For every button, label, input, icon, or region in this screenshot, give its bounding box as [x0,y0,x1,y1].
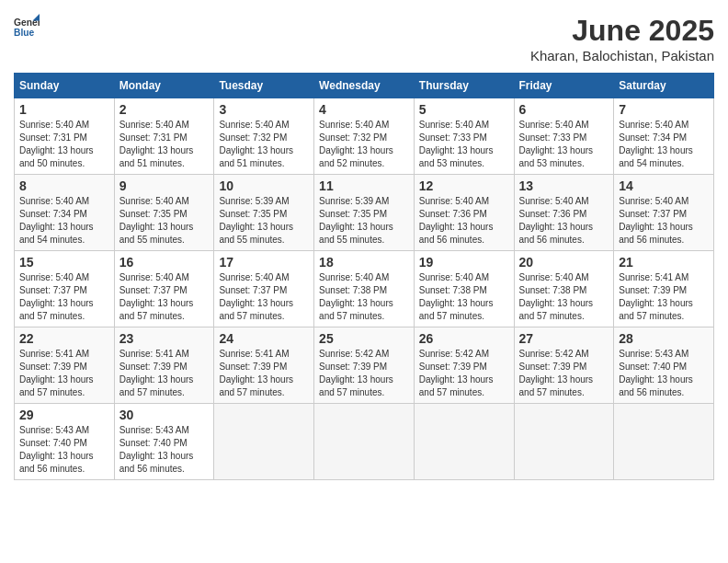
calendar-cell: 8 Sunrise: 5:40 AMSunset: 7:34 PMDayligh… [15,175,115,251]
weekday-header-friday: Friday [514,74,614,98]
calendar-cell: 1 Sunrise: 5:40 AMSunset: 7:31 PMDayligh… [15,98,115,175]
day-number: 16 [119,255,210,270]
calendar-cell: 29 Sunrise: 5:43 AMSunset: 7:40 PMDaylig… [15,404,115,480]
day-info: Sunrise: 5:41 AMSunset: 7:39 PMDaylight:… [619,272,693,321]
day-number: 19 [419,255,509,270]
weekday-header-thursday: Thursday [414,74,514,98]
day-info: Sunrise: 5:41 AMSunset: 7:39 PMDaylight:… [19,349,94,397]
calendar-cell: 17 Sunrise: 5:40 AMSunset: 7:37 PMDaylig… [214,251,314,327]
calendar-cell: 19 Sunrise: 5:40 AMSunset: 7:38 PMDaylig… [414,251,514,327]
day-number: 5 [419,102,509,117]
weekday-header-monday: Monday [114,74,214,98]
day-info: Sunrise: 5:42 AMSunset: 7:39 PMDaylight:… [519,349,594,397]
day-info: Sunrise: 5:40 AMSunset: 7:37 PMDaylight:… [219,272,293,321]
day-info: Sunrise: 5:40 AMSunset: 7:36 PMDaylight:… [419,196,494,245]
day-info: Sunrise: 5:40 AMSunset: 7:32 PMDaylight:… [219,120,293,168]
calendar-cell: 15 Sunrise: 5:40 AMSunset: 7:37 PMDaylig… [15,251,115,327]
calendar-cell: 21 Sunrise: 5:41 AMSunset: 7:39 PMDaylig… [614,251,714,327]
weekday-header-sunday: Sunday [15,74,115,98]
day-number: 11 [319,178,409,193]
day-number: 7 [619,102,709,117]
day-number: 30 [119,408,210,422]
calendar-cell: 24 Sunrise: 5:41 AMSunset: 7:39 PMDaylig… [214,327,314,404]
day-info: Sunrise: 5:40 AMSunset: 7:38 PMDaylight:… [319,272,393,321]
calendar-cell [614,404,714,480]
day-info: Sunrise: 5:39 AMSunset: 7:35 PMDaylight:… [219,196,293,245]
day-number: 12 [419,178,509,193]
day-info: Sunrise: 5:40 AMSunset: 7:37 PMDaylight:… [19,272,94,321]
calendar-cell: 30 Sunrise: 5:43 AMSunset: 7:40 PMDaylig… [114,404,214,480]
calendar-cell [514,404,614,480]
day-info: Sunrise: 5:41 AMSunset: 7:39 PMDaylight:… [219,349,293,397]
day-number: 17 [219,255,309,270]
day-number: 18 [319,255,409,270]
day-info: Sunrise: 5:40 AMSunset: 7:34 PMDaylight:… [619,120,693,168]
day-info: Sunrise: 5:43 AMSunset: 7:40 PMDaylight:… [619,349,693,397]
day-info: Sunrise: 5:43 AMSunset: 7:40 PMDaylight:… [19,425,94,474]
day-number: 26 [419,331,509,346]
calendar-week-3: 15 Sunrise: 5:40 AMSunset: 7:37 PMDaylig… [15,251,714,327]
day-number: 2 [119,102,210,117]
calendar-cell: 9 Sunrise: 5:40 AMSunset: 7:35 PMDayligh… [114,175,214,251]
day-info: Sunrise: 5:40 AMSunset: 7:33 PMDaylight:… [519,120,594,168]
day-info: Sunrise: 5:40 AMSunset: 7:37 PMDaylight:… [119,272,194,321]
svg-text:Blue: Blue [14,28,35,38]
calendar-week-5: 29 Sunrise: 5:43 AMSunset: 7:40 PMDaylig… [15,404,714,480]
calendar-cell: 18 Sunrise: 5:40 AMSunset: 7:38 PMDaylig… [314,251,415,327]
calendar-table: SundayMondayTuesdayWednesdayThursdayFrid… [14,73,714,480]
day-number: 15 [19,255,109,270]
day-info: Sunrise: 5:42 AMSunset: 7:39 PMDaylight:… [419,349,494,397]
calendar-cell: 28 Sunrise: 5:43 AMSunset: 7:40 PMDaylig… [614,327,714,404]
day-number: 9 [119,178,210,193]
title-section: June 2025 Kharan, Balochistan, Pakistan [530,14,714,63]
calendar-cell [314,404,415,480]
calendar-week-4: 22 Sunrise: 5:41 AMSunset: 7:39 PMDaylig… [15,327,714,404]
calendar-cell: 12 Sunrise: 5:40 AMSunset: 7:36 PMDaylig… [414,175,514,251]
calendar-cell: 7 Sunrise: 5:40 AMSunset: 7:34 PMDayligh… [614,98,714,175]
header: General Blue June 2025 Kharan, Balochist… [14,14,714,63]
month-title: June 2025 [530,14,714,48]
day-info: Sunrise: 5:43 AMSunset: 7:40 PMDaylight:… [119,425,194,474]
day-number: 23 [119,331,210,346]
calendar-cell [414,404,514,480]
location-title: Kharan, Balochistan, Pakistan [530,48,714,63]
day-number: 21 [619,255,709,270]
day-number: 20 [519,255,609,270]
day-info: Sunrise: 5:40 AMSunset: 7:32 PMDaylight:… [319,120,393,168]
calendar-cell: 6 Sunrise: 5:40 AMSunset: 7:33 PMDayligh… [514,98,614,175]
day-info: Sunrise: 5:40 AMSunset: 7:35 PMDaylight:… [119,196,194,245]
calendar-cell: 27 Sunrise: 5:42 AMSunset: 7:39 PMDaylig… [514,327,614,404]
day-info: Sunrise: 5:40 AMSunset: 7:33 PMDaylight:… [419,120,494,168]
day-number: 4 [319,102,409,117]
day-info: Sunrise: 5:41 AMSunset: 7:39 PMDaylight:… [119,349,194,397]
day-info: Sunrise: 5:39 AMSunset: 7:35 PMDaylight:… [319,196,393,245]
calendar-cell: 3 Sunrise: 5:40 AMSunset: 7:32 PMDayligh… [214,98,314,175]
weekday-header-wednesday: Wednesday [314,74,415,98]
day-info: Sunrise: 5:40 AMSunset: 7:38 PMDaylight:… [519,272,594,321]
calendar-week-2: 8 Sunrise: 5:40 AMSunset: 7:34 PMDayligh… [15,175,714,251]
logo-icon: General Blue [14,14,40,40]
day-number: 14 [619,178,709,193]
calendar-cell: 4 Sunrise: 5:40 AMSunset: 7:32 PMDayligh… [314,98,415,175]
weekday-header-tuesday: Tuesday [214,74,314,98]
calendar-cell: 16 Sunrise: 5:40 AMSunset: 7:37 PMDaylig… [114,251,214,327]
day-number: 29 [19,408,109,422]
calendar-cell: 13 Sunrise: 5:40 AMSunset: 7:36 PMDaylig… [514,175,614,251]
calendar-cell: 23 Sunrise: 5:41 AMSunset: 7:39 PMDaylig… [114,327,214,404]
day-info: Sunrise: 5:40 AMSunset: 7:34 PMDaylight:… [19,196,94,245]
day-info: Sunrise: 5:40 AMSunset: 7:37 PMDaylight:… [619,196,693,245]
calendar-cell: 10 Sunrise: 5:39 AMSunset: 7:35 PMDaylig… [214,175,314,251]
logo: General Blue [14,14,40,40]
day-number: 3 [219,102,309,117]
day-number: 25 [319,331,409,346]
day-number: 24 [219,331,309,346]
calendar-cell: 20 Sunrise: 5:40 AMSunset: 7:38 PMDaylig… [514,251,614,327]
day-number: 1 [19,102,109,117]
day-info: Sunrise: 5:40 AMSunset: 7:36 PMDaylight:… [519,196,594,245]
day-info: Sunrise: 5:42 AMSunset: 7:39 PMDaylight:… [319,349,393,397]
day-number: 22 [19,331,109,346]
calendar-cell: 11 Sunrise: 5:39 AMSunset: 7:35 PMDaylig… [314,175,415,251]
weekday-header-saturday: Saturday [614,74,714,98]
calendar-week-1: 1 Sunrise: 5:40 AMSunset: 7:31 PMDayligh… [15,98,714,175]
calendar-cell: 2 Sunrise: 5:40 AMSunset: 7:31 PMDayligh… [114,98,214,175]
